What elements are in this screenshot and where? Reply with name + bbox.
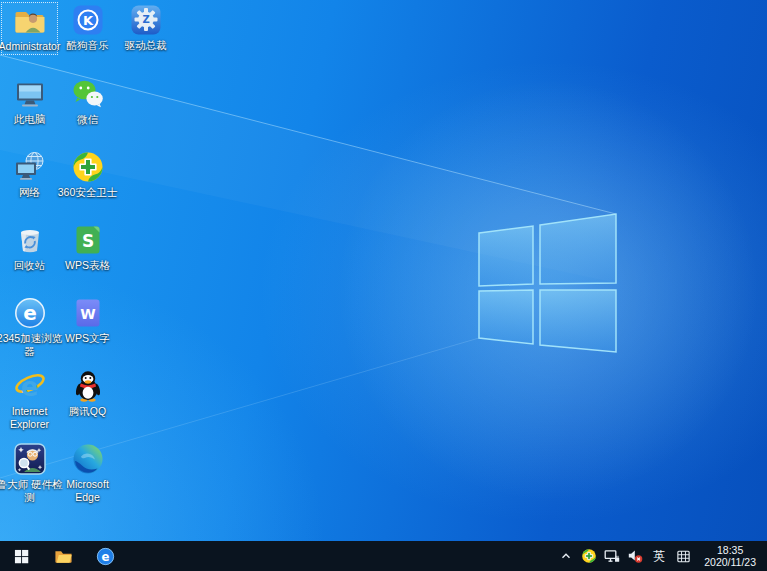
volume-muted-icon	[627, 548, 643, 564]
desktop-icon-administrator[interactable]: Administrator	[1, 2, 58, 55]
ime-keyboard-grid-icon	[676, 549, 691, 564]
ime-panel-button[interactable]	[673, 541, 693, 571]
icon-label: 微信	[55, 113, 121, 126]
icon-label: 腾讯QQ	[55, 405, 121, 418]
wechat-bubbles-icon	[71, 77, 105, 111]
desktop-icon-network[interactable]: 网络	[1, 149, 58, 200]
clock-time: 18:35	[704, 544, 756, 557]
windows-start-icon	[14, 549, 29, 564]
taskbar: e	[0, 541, 767, 571]
360-tray-icon	[581, 548, 597, 564]
icon-label: Internet Explorer	[0, 405, 63, 431]
edge-swirl-icon	[71, 442, 105, 476]
volume-tray-button[interactable]	[625, 541, 645, 571]
icon-label: 网络	[0, 186, 63, 199]
desktop-icon-tencent-qq[interactable]: 腾讯QQ	[59, 368, 116, 419]
network-globe-monitor-icon	[13, 150, 47, 184]
icon-label: WPS文字	[55, 332, 121, 345]
svg-text:S: S	[81, 231, 93, 251]
user-folder-icon	[13, 4, 47, 38]
clock-date: 2020/11/23	[704, 556, 756, 569]
svg-text:Z: Z	[142, 14, 149, 25]
gear-z-icon: Z	[129, 3, 163, 37]
icon-label: Administrator	[0, 40, 63, 53]
icon-label: 酷狗音乐	[55, 39, 121, 52]
icon-label: 驱动总裁	[113, 39, 179, 52]
desktop-icon-recycle-bin[interactable]: 回收站	[1, 222, 58, 273]
icon-label: 360安全卫士	[55, 186, 121, 199]
desktop-icon-ludashi[interactable]: 鲁大师 硬件检测	[1, 441, 58, 505]
desktop-icon-wps-sheet[interactable]: S WPS表格	[59, 222, 116, 273]
ethernet-network-icon	[604, 548, 620, 564]
wps-writer-icon: W	[71, 296, 105, 330]
blue-e-browser-icon: e	[13, 296, 47, 330]
desktop-icon-this-pc[interactable]: 此电脑	[1, 76, 58, 127]
wps-spreadsheet-icon: S	[71, 223, 105, 257]
computer-monitor-icon	[13, 77, 47, 111]
svg-text:W: W	[80, 306, 95, 322]
desktop-icon-360-safeguard[interactable]: 360安全卫士	[59, 149, 116, 200]
desktop-icon-2345-browser[interactable]: e 2345加速浏览器	[1, 295, 58, 359]
icon-label: 2345加速浏览器	[0, 332, 63, 358]
desktop-icon-kugou-music[interactable]: K 酷狗音乐	[59, 2, 116, 53]
blue-e-browser-icon: e	[96, 547, 115, 566]
desktop-icon-microsoft-edge[interactable]: Microsoft Edge	[59, 441, 116, 505]
svg-text:e: e	[20, 372, 38, 402]
desktop-background[interactable]: Administrator 此电脑	[0, 0, 767, 541]
folder-icon	[54, 547, 73, 566]
desktop-icon-driver-president[interactable]: Z 驱动总裁	[117, 2, 174, 53]
system-tray: 英 18:35 2020/11/23	[556, 541, 767, 571]
svg-text:K: K	[82, 13, 93, 28]
ie-icon: e	[13, 369, 47, 403]
desktop-icon-wps-writer[interactable]: W WPS文字	[59, 295, 116, 346]
kugou-k-icon: K	[71, 3, 105, 37]
qq-penguin-icon	[71, 369, 105, 403]
icon-label: Microsoft Edge	[55, 478, 121, 504]
show-hidden-icons-button[interactable]	[556, 541, 576, 571]
360-shield-circle-icon	[71, 150, 105, 184]
file-explorer-button[interactable]	[42, 541, 84, 571]
network-tray-button[interactable]	[602, 541, 622, 571]
taskbar-clock[interactable]: 18:35 2020/11/23	[696, 544, 762, 569]
start-button[interactable]	[0, 541, 42, 571]
language-indicator[interactable]: 英	[648, 548, 670, 565]
icon-label: 此电脑	[0, 113, 63, 126]
icon-label: 鲁大师 硬件检测	[0, 478, 63, 504]
ludashi-magnifier-icon	[13, 442, 47, 476]
desktop-icon-internet-explorer[interactable]: e Internet Explorer	[1, 368, 58, 432]
recycle-bin-icon	[13, 223, 47, 257]
svg-text:e: e	[101, 549, 109, 563]
icon-label: 回收站	[0, 259, 63, 272]
browser-taskbar-button[interactable]: e	[84, 541, 126, 571]
chevron-up-icon	[559, 549, 573, 563]
icon-label: WPS表格	[55, 259, 121, 272]
360-tray-button[interactable]	[579, 541, 599, 571]
svg-text:e: e	[23, 301, 37, 325]
windows-logo	[479, 214, 616, 352]
desktop-icon-wechat[interactable]: 微信	[59, 76, 116, 127]
